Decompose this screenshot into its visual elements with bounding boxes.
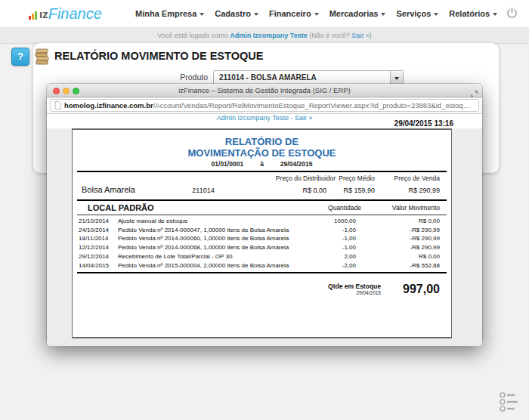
menu-item[interactable]: Cadastro [209, 9, 264, 18]
header-quantity: Quantidade [286, 203, 361, 213]
report-datetime: 29/04/2015 13:16 [394, 119, 453, 128]
row-value: -R$ 290,99 [356, 226, 440, 235]
list-icon[interactable] [499, 391, 518, 417]
browser-urlbar: homolog.izfinance.com.br/Account/Vendas/… [47, 97, 482, 114]
menu-item[interactable]: Financeiro [264, 9, 324, 18]
session-close-paren: ) [370, 32, 372, 39]
session-user[interactable]: Admin Izcompany Teste [230, 32, 307, 39]
row-value: R$ 0,00 [356, 252, 440, 261]
product-row: Bolsa Amarela 211014 R$ 0,00 R$ 159,90 R… [73, 184, 451, 196]
row-value: -R$ 290,99 [356, 243, 440, 252]
menu-item[interactable]: Mercadorias [324, 9, 391, 18]
divider [77, 199, 447, 201]
logout-link[interactable]: Sair » [351, 32, 370, 39]
report-page: RELATÓRIO DE MOVIMENTAÇÃO DE ESTOQUE 01/… [72, 128, 452, 338]
page-title: RELATÓRIO MOVIMENTO DE ESTOQUE [54, 50, 263, 62]
report-viewer-window: izFinance – Sistema de Gestão Integrada … [47, 84, 482, 344]
table-row: 12/12/2014 Pedido Venda nº 2014-000068, … [73, 243, 451, 252]
minimize-window-button[interactable] [63, 88, 70, 94]
date-separator: à [260, 160, 264, 168]
row-date: 21/10/2014 [73, 217, 113, 226]
close-window-button[interactable] [53, 88, 60, 94]
header-distributor-price: Preço do Distribuidor [237, 174, 336, 182]
row-date: 14/04/2015 [73, 261, 113, 270]
sale-price-value: R$ 290,99 [375, 185, 440, 196]
logo-text-finance: Finance [48, 5, 102, 23]
date-from: 01/01/0001 [212, 160, 244, 168]
url-field[interactable]: homolog.izfinance.com.br/Account/Vendas/… [50, 99, 479, 112]
session-bar: Você está logado como Admin Izcompany Te… [0, 28, 529, 44]
row-value: -R$ 290,99 [356, 234, 440, 243]
chevron-down-icon [254, 13, 258, 16]
url-path: /Account/Vendas/Report/RelMovimentoEstoq… [153, 101, 470, 110]
window-content: Admin Izcompany Teste - Sair » 29/04/201… [47, 114, 482, 346]
date-to: 29/04/2015 [280, 160, 313, 168]
row-value: -R$ 552,88 [356, 261, 440, 270]
session-question: (Não é você? [309, 32, 350, 39]
row-description: Pedido Venda nº 2015-000004, 2,00000 ite… [113, 261, 295, 270]
logo-text-iz: ız [39, 6, 48, 23]
chevron-down-icon [200, 13, 204, 16]
page-doc-icon [54, 99, 61, 112]
row-description: Pedido Venda nº 2014-000047, 1,00000 ite… [113, 226, 295, 235]
url-text: homolog.izfinance.com.br/Account/Vendas/… [64, 101, 470, 110]
product-selected-value: 211014 - BOLSA AMARELA [219, 71, 317, 85]
window-controls [53, 88, 82, 94]
chevron-down-icon [434, 13, 438, 16]
help-button[interactable]: ? [11, 48, 29, 66]
resize-icon[interactable] [471, 87, 478, 94]
menu-item[interactable]: Serviços [391, 9, 444, 18]
row-date: 29/12/2014 [73, 252, 113, 261]
row-quantity: -1,00 [295, 234, 356, 243]
divider [77, 272, 447, 273]
row-description: Ajuste manual de estoque [113, 217, 295, 226]
divider [77, 215, 447, 215]
zoom-window-button[interactable] [73, 88, 79, 94]
menu-item[interactable]: Minha Empresa [130, 9, 209, 18]
row-quantity: 2,00 [295, 252, 356, 261]
stock-summary: Qtde em Estoque 29/04/2015 997,00 [73, 283, 451, 296]
row-description: Recebimento de Lote Total/Parcial - OP 3… [113, 252, 295, 261]
summary-label: Qtde em Estoque [328, 283, 381, 290]
table-row: 29/12/2014 Recebimento de Lote Total/Par… [73, 252, 451, 261]
url-host: homolog.izfinance.com.br [64, 101, 153, 110]
row-date: 24/10/2014 [73, 226, 113, 235]
menu-item[interactable]: Relatórios [444, 9, 503, 18]
row-description: Pedido Venda nº 2014-000068, 1,00000 ite… [113, 243, 295, 252]
product-dropdown[interactable]: 211014 - BOLSA AMARELA [213, 70, 404, 85]
price-header-row: Preço do Distribuidor Preço Médio Preço … [73, 174, 451, 182]
power-icon[interactable] [506, 7, 518, 20]
stock-quantity-value: 997,00 [385, 283, 440, 296]
table-row: 24/10/2014 Pedido Venda nº 2014-000047, … [73, 226, 451, 235]
chevron-down-icon [314, 13, 319, 16]
average-price-value: R$ 159,90 [336, 185, 375, 196]
top-navbar: ız Finance Minha Empresa Cadastro Financ… [0, 0, 529, 28]
izfinance-logo[interactable]: ız Finance [29, 5, 102, 23]
table-row: 21/10/2014 Ajuste manual de estoque 1000… [73, 217, 451, 226]
header-average-price: Preço Médio [336, 174, 375, 182]
report-title-line2: MOVIMENTAÇÃO DE ESTOQUE [73, 147, 451, 159]
summary-date: 29/04/2015 [328, 290, 381, 296]
row-description: Pedido Venda nº 2014-000060, 1,00000 ite… [113, 234, 295, 243]
bar-chart-icon [29, 11, 38, 23]
row-quantity: 1000,00 [295, 217, 356, 226]
header-movement-value: Valor Movimento [361, 203, 440, 213]
window-titlebar[interactable]: izFinance – Sistema de Gestão Integrada … [47, 84, 482, 97]
chevron-down-icon [381, 13, 385, 16]
row-date: 12/12/2014 [73, 243, 113, 252]
divider [77, 171, 447, 172]
row-date: 18/11/2014 [73, 234, 113, 243]
window-title: izFinance – Sistema de Gestão Integrada … [47, 84, 482, 97]
row-quantity: -2,00 [295, 261, 356, 270]
row-quantity: -1,00 [295, 226, 356, 235]
product-name: Bolsa Amarela [73, 184, 181, 196]
chevron-down-icon [493, 13, 497, 16]
stock-ledger-icon [35, 48, 49, 69]
location-section-row: LOCAL PADRÃO Quantidade Valor Movimento [73, 203, 451, 213]
movement-rows: 21/10/2014 Ajuste manual de estoque 1000… [73, 217, 451, 270]
distributor-price-value: R$ 0,00 [237, 185, 336, 196]
product-label: Produto [136, 73, 208, 82]
main-menu: Minha Empresa Cadastro Financeiro Mercad… [130, 0, 503, 27]
dropdown-arrow-icon [390, 71, 403, 85]
table-row: 14/04/2015 Pedido Venda nº 2015-000004, … [73, 261, 451, 270]
